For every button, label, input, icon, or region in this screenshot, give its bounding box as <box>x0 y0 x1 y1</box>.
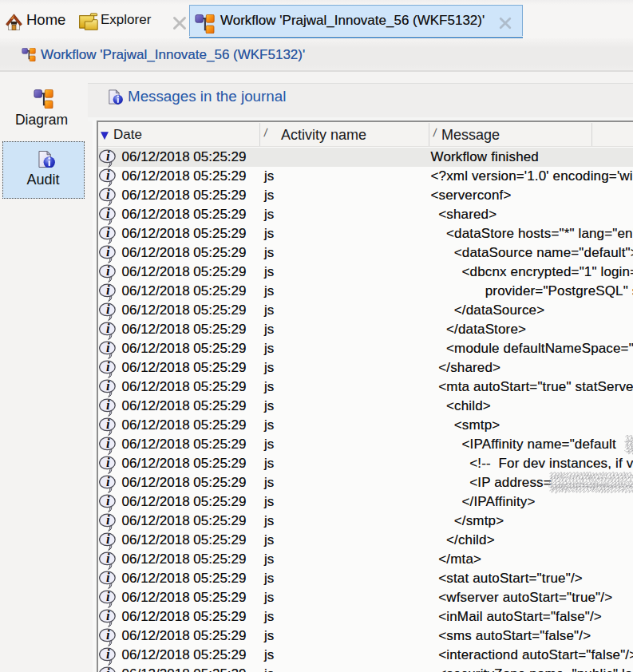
svg-text:i: i <box>106 436 110 451</box>
svg-text:i: i <box>106 187 110 202</box>
svg-text:i: i <box>106 666 110 672</box>
svg-text:i: i <box>106 397 110 413</box>
svg-text:i: i <box>106 493 110 508</box>
svg-text:i: i <box>106 455 110 470</box>
svg-text:i: i <box>106 321 110 336</box>
svg-text:i: i <box>106 244 110 259</box>
svg-text:i: i <box>106 283 110 298</box>
svg-text:i: i <box>106 148 110 164</box>
svg-text:i: i <box>106 168 110 183</box>
svg-text:i: i <box>106 532 110 547</box>
svg-text:i: i <box>106 589 110 604</box>
svg-text:i: i <box>106 263 110 279</box>
svg-text:i: i <box>106 474 110 489</box>
svg-text:i: i <box>106 225 110 240</box>
svg-text:i: i <box>106 378 110 393</box>
svg-text:i: i <box>106 417 110 432</box>
svg-text:i: i <box>106 340 110 355</box>
svg-text:i: i <box>106 570 110 585</box>
svg-text:i: i <box>106 512 110 528</box>
svg-text:i: i <box>106 551 110 566</box>
svg-text:i: i <box>106 206 110 221</box>
svg-text:i: i <box>106 627 110 642</box>
svg-text:i: i <box>106 302 110 317</box>
svg-text:i: i <box>106 359 110 374</box>
svg-text:i: i <box>106 646 110 662</box>
svg-text:i: i <box>106 608 110 623</box>
